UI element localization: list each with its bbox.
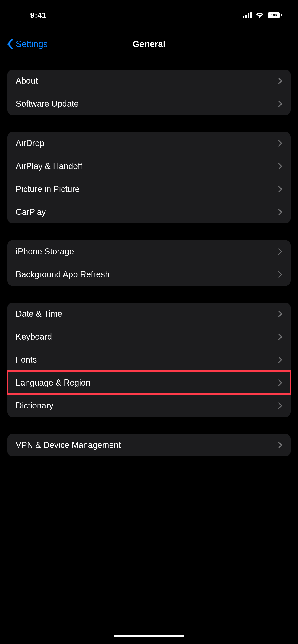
section-localization: Date & TimeKeyboardFontsLanguage & Regio… [8, 302, 290, 417]
chevron-right-icon [278, 310, 282, 317]
section-info: AboutSoftware Update [8, 70, 290, 115]
back-label: Settings [16, 39, 48, 49]
row-label: Fonts [16, 355, 37, 365]
chevron-right-icon [278, 248, 282, 255]
row-software-update[interactable]: Software Update [8, 92, 290, 115]
svg-rect-2 [248, 14, 249, 18]
section-storage: iPhone StorageBackground App Refresh [8, 240, 290, 286]
chevron-left-icon [7, 39, 14, 49]
row-label: AirDrop [16, 138, 44, 148]
status-bar: 9:41 100 [0, 0, 298, 26]
row-fonts[interactable]: Fonts [8, 348, 290, 371]
chevron-right-icon [278, 163, 282, 170]
row-date-time[interactable]: Date & Time [8, 302, 290, 325]
row-picture-in-picture[interactable]: Picture in Picture [8, 178, 290, 200]
svg-rect-3 [250, 12, 252, 18]
battery-icon: 100 [267, 12, 282, 18]
row-background-app-refresh[interactable]: Background App Refresh [8, 263, 290, 286]
row-label: AirPlay & Handoff [16, 161, 82, 171]
row-keyboard[interactable]: Keyboard [8, 326, 290, 348]
row-label: About [16, 76, 38, 86]
row-label: Language & Region [16, 378, 91, 388]
row-carplay[interactable]: CarPlay [8, 201, 290, 224]
row-label: Picture in Picture [16, 184, 80, 194]
chevron-right-icon [278, 271, 282, 278]
svg-rect-5 [280, 14, 281, 16]
svg-rect-0 [243, 16, 244, 18]
content: AboutSoftware UpdateAirDropAirPlay & Han… [0, 56, 298, 456]
page-title: General [133, 39, 165, 49]
wifi-icon [255, 12, 264, 18]
section-management: VPN & Device Management [8, 434, 290, 456]
chevron-right-icon [278, 356, 282, 363]
chevron-right-icon [278, 379, 282, 386]
chevron-right-icon [278, 209, 282, 216]
cellular-icon [243, 12, 252, 18]
row-label: iPhone Storage [16, 247, 74, 256]
row-label: Background App Refresh [16, 270, 110, 279]
row-label: CarPlay [16, 207, 46, 217]
chevron-right-icon [278, 78, 282, 84]
chevron-right-icon [278, 140, 282, 147]
status-time: 9:41 [14, 6, 47, 20]
section-connectivity: AirDropAirPlay & HandoffPicture in Pictu… [8, 132, 290, 224]
row-label: Dictionary [16, 401, 53, 410]
row-label: Software Update [16, 99, 79, 109]
row-label: VPN & Device Management [16, 440, 121, 450]
row-label: Date & Time [16, 309, 62, 319]
row-airplay-handoff[interactable]: AirPlay & Handoff [8, 155, 290, 178]
chevron-right-icon [278, 100, 282, 107]
row-vpn-device-management[interactable]: VPN & Device Management [8, 434, 290, 456]
back-button[interactable]: Settings [7, 39, 48, 49]
svg-text:100: 100 [271, 13, 277, 18]
row-language-region[interactable]: Language & Region [8, 372, 290, 394]
row-about[interactable]: About [8, 70, 290, 92]
svg-rect-1 [245, 14, 247, 18]
row-airdrop[interactable]: AirDrop [8, 132, 290, 154]
chevron-right-icon [278, 333, 282, 340]
row-label: Keyboard [16, 332, 52, 342]
chevron-right-icon [278, 442, 282, 448]
home-indicator [114, 635, 184, 637]
status-icons: 100 [243, 7, 284, 18]
row-dictionary[interactable]: Dictionary [8, 394, 290, 417]
chevron-right-icon [278, 402, 282, 409]
nav-header: Settings General [0, 26, 298, 56]
chevron-right-icon [278, 186, 282, 193]
row-iphone-storage[interactable]: iPhone Storage [8, 240, 290, 263]
